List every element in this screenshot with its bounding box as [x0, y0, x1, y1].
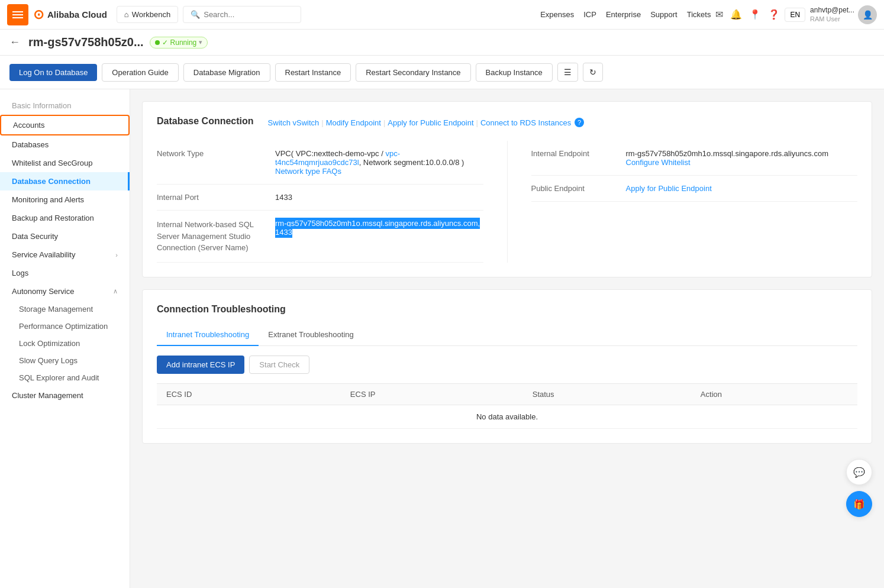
- sidebar-child-lock-opt[interactable]: Lock Optimization: [7, 335, 130, 352]
- sub-header: ← rm-gs57v758h05z0... ✓ Running ▾: [0, 30, 884, 56]
- status-check-icon: ✓: [162, 38, 168, 47]
- chat-float-button[interactable]: 💬: [846, 459, 872, 485]
- col-ecs-id: ECS ID: [157, 383, 341, 405]
- section-title: Database Connection: [157, 116, 254, 127]
- user-info: anhvtp@pet... RAM User: [810, 6, 854, 24]
- database-migration-button[interactable]: Database Migration: [183, 63, 270, 82]
- sidebar-child-sql-explorer[interactable]: SQL Explorer and Audit: [7, 369, 130, 386]
- sidebar-item-basic-info[interactable]: Basic Information: [0, 96, 130, 115]
- hamburger-button[interactable]: [7, 4, 28, 25]
- workbench-button[interactable]: ⌂ Workbench: [117, 6, 178, 23]
- sidebar-item-monitoring[interactable]: Monitoring and Alerts: [0, 190, 130, 209]
- search-box[interactable]: 🔍: [183, 6, 301, 23]
- public-endpoint-label: Public Endpoint: [531, 184, 626, 193]
- restart-secondary-button[interactable]: Restart Secondary Instance: [356, 63, 470, 82]
- list-view-button[interactable]: ☰: [557, 63, 578, 82]
- search-input[interactable]: [204, 10, 293, 19]
- apply-public-endpoint-link2[interactable]: Apply for Public Endpoint: [626, 184, 712, 193]
- network-type-value: VPC( VPC:nexttech-demo-vpc / vpc-t4nc54m…: [275, 149, 483, 176]
- ecs-table: ECS ID ECS IP Status Action No data avai…: [157, 383, 857, 429]
- col-action: Action: [691, 383, 857, 405]
- sidebar-child-slow-query[interactable]: Slow Query Logs: [7, 352, 130, 369]
- operation-guide-button[interactable]: Operation Guide: [102, 63, 178, 82]
- troubleshooting-card: Connection Troubleshooting Intranet Trou…: [142, 289, 872, 444]
- sidebar-item-backup[interactable]: Backup and Restoration: [0, 209, 130, 227]
- network-type-label: Network Type: [157, 149, 275, 176]
- logo-area: ⊙ Alibaba Cloud: [33, 7, 107, 22]
- sidebar-child-perf-opt[interactable]: Performance Optimization: [7, 318, 130, 335]
- logo-text: Alibaba Cloud: [47, 9, 107, 20]
- sidebar-item-logs[interactable]: Logs: [0, 264, 130, 282]
- internal-endpoint-label: Internal Endpoint: [531, 149, 626, 167]
- help-circle-icon: ?: [575, 118, 584, 127]
- sidebar: Basic Information Accounts Databases Whi…: [0, 89, 130, 588]
- bell-icon[interactable]: 🔔: [730, 9, 742, 20]
- db-connection-card: Database Connection Switch vSwitch | Mod…: [142, 101, 872, 277]
- status-dropdown-icon[interactable]: ▾: [199, 38, 202, 46]
- nav-icons: ✉ 🔔 📍 ❓: [715, 9, 780, 20]
- section-header: Database Connection Switch vSwitch | Mod…: [157, 116, 857, 129]
- action-bar: Log On to Database Operation Guide Datab…: [0, 56, 884, 89]
- configure-whitelist-link[interactable]: Configure Whitelist: [626, 158, 691, 167]
- nav-icp[interactable]: ICP: [583, 10, 596, 19]
- internal-port-value: 1433: [275, 193, 292, 202]
- connect-rds-link[interactable]: Connect to RDS Instances: [480, 118, 571, 127]
- sidebar-child-storage-mgmt[interactable]: Storage Management: [7, 301, 130, 318]
- modify-endpoint-link[interactable]: Modify Endpoint: [326, 118, 381, 127]
- nav-tickets[interactable]: Tickets: [687, 10, 711, 19]
- sidebar-item-databases[interactable]: Databases: [0, 135, 130, 154]
- sidebar-item-db-connection[interactable]: Database Connection: [0, 172, 130, 190]
- top-nav: ⊙ Alibaba Cloud ⌂ Workbench 🔍 Expenses I…: [0, 0, 884, 30]
- info-left-col: Network Type VPC( VPC:nexttech-demo-vpc …: [157, 141, 507, 263]
- sidebar-children-autonomy: Storage Management Performance Optimizat…: [0, 301, 130, 386]
- tab-intranet[interactable]: Intranet Troubleshooting: [157, 324, 259, 346]
- sidebar-item-cluster-mgmt[interactable]: Cluster Management: [0, 386, 130, 405]
- nav-support[interactable]: Support: [650, 10, 677, 19]
- gift-float-button[interactable]: 🎁: [846, 491, 872, 517]
- switch-vswitch-link[interactable]: Switch vSwitch: [268, 118, 320, 127]
- status-badge: ✓ Running ▾: [150, 37, 208, 49]
- internal-endpoint-value: rm-gs57v758h05z0mh1o.mssql.singapore.rds…: [626, 149, 829, 167]
- internal-port-label: Internal Port: [157, 193, 275, 202]
- language-button[interactable]: EN: [785, 8, 805, 22]
- restart-instance-button[interactable]: Restart Instance: [275, 63, 351, 82]
- backup-instance-button[interactable]: Backup Instance: [476, 63, 553, 82]
- network-type-row: Network Type VPC( VPC:nexttech-demo-vpc …: [157, 141, 483, 185]
- sidebar-item-accounts[interactable]: Accounts: [0, 115, 130, 135]
- refresh-button[interactable]: ↻: [583, 63, 603, 82]
- vpc-link[interactable]: vpc-t4nc54mqmrjuao9cdc73l: [275, 149, 400, 167]
- info-grid: Network Type VPC( VPC:nexttech-demo-vpc …: [157, 141, 857, 263]
- network-faq-link[interactable]: Network type FAQs: [275, 167, 341, 176]
- add-intranet-ecs-button[interactable]: Add intranet ECS IP: [157, 356, 244, 374]
- user-name: anhvtp@pet...: [810, 6, 854, 15]
- nav-enterprise[interactable]: Enterprise: [606, 10, 641, 19]
- collapse-icon: ∧: [113, 287, 118, 295]
- user-area[interactable]: anhvtp@pet... RAM User 👤: [810, 5, 877, 24]
- troubleshooting-title: Connection Troubleshooting: [157, 304, 286, 314]
- help-icon[interactable]: ❓: [768, 9, 780, 20]
- table-header-row: ECS ID ECS IP Status Action: [157, 383, 857, 405]
- workbench-label: Workbench: [132, 10, 171, 19]
- nav-expenses[interactable]: Expenses: [540, 10, 574, 19]
- start-check-button[interactable]: Start Check: [249, 356, 309, 374]
- page-layout: Basic Information Accounts Databases Whi…: [0, 89, 884, 588]
- sidebar-item-data-security[interactable]: Data Security: [0, 227, 130, 245]
- back-button[interactable]: ←: [9, 36, 20, 49]
- ssms-highlighted-text: rm-gs57v758h05z0mh1o.mssql.singapore.rds…: [275, 218, 480, 238]
- status-dot: [155, 40, 160, 45]
- tab-extranet[interactable]: Extranet Troubleshooting: [259, 324, 363, 346]
- info-right-col: Internal Endpoint rm-gs57v758h05z0mh1o.m…: [508, 141, 858, 263]
- log-on-button[interactable]: Log On to Database: [9, 64, 97, 81]
- sidebar-item-autonomy-service[interactable]: Autonomy Service ∧: [0, 282, 130, 301]
- main-content: Database Connection Switch vSwitch | Mod…: [130, 89, 884, 588]
- sidebar-item-service-availability[interactable]: Service Availability ›: [0, 245, 130, 264]
- sidebar-item-whitelist[interactable]: Whitelist and SecGroup: [0, 154, 130, 172]
- section-links: Switch vSwitch | Modify Endpoint | Apply…: [268, 118, 585, 127]
- troubleshooting-header: Connection Troubleshooting: [157, 304, 857, 315]
- mail-icon[interactable]: ✉: [715, 9, 723, 20]
- ssms-value: rm-gs57v758h05z0mh1o.mssql.singapore.rds…: [275, 219, 483, 254]
- col-status: Status: [523, 383, 691, 405]
- apply-public-endpoint-link[interactable]: Apply for Public Endpoint: [388, 118, 473, 127]
- table-empty-row: No data available.: [157, 405, 857, 428]
- location-icon[interactable]: 📍: [749, 9, 761, 20]
